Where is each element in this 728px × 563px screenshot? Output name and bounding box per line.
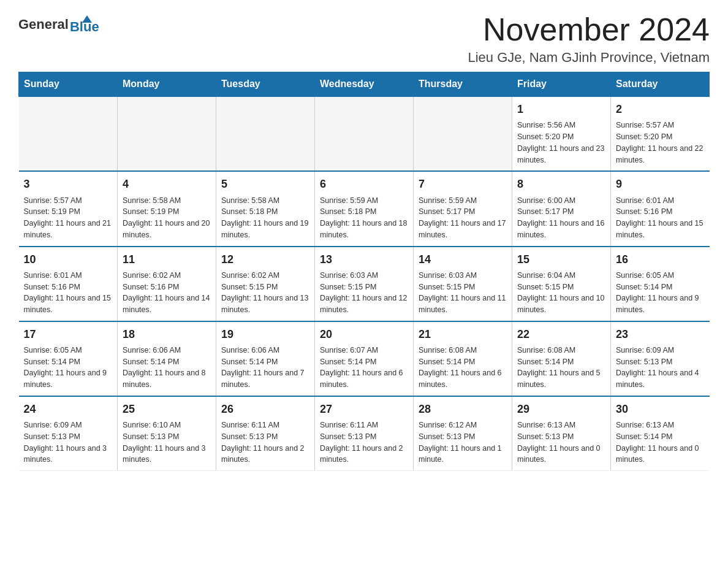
calendar-header: SundayMondayTuesdayWednesdayThursdayFrid… [19,72,710,97]
calendar-cell: 24Sunrise: 6:09 AMSunset: 5:13 PMDayligh… [19,396,118,471]
page-subtitle: Lieu GJe, Nam GJinh Province, Vietnam [468,50,710,66]
weekday-monday: Monday [118,72,216,97]
day-number: 23 [616,327,705,342]
calendar-cell: 10Sunrise: 6:01 AMSunset: 5:16 PMDayligh… [19,247,118,321]
logo-blue-part: Blue [70,15,99,34]
day-number: 2 [616,102,705,117]
day-info: Sunrise: 6:02 AMSunset: 5:15 PMDaylight:… [221,270,309,316]
day-number: 22 [517,327,605,342]
day-info: Sunrise: 6:01 AMSunset: 5:16 PMDaylight:… [24,270,113,316]
day-number: 1 [517,102,605,117]
calendar-cell: 12Sunrise: 6:02 AMSunset: 5:15 PMDayligh… [216,247,315,321]
calendar-cell: 11Sunrise: 6:02 AMSunset: 5:16 PMDayligh… [118,247,216,321]
day-info: Sunrise: 5:57 AMSunset: 5:20 PMDaylight:… [616,120,705,166]
calendar-cell: 14Sunrise: 6:03 AMSunset: 5:15 PMDayligh… [414,247,512,321]
day-number: 13 [320,252,408,267]
calendar-cell: 18Sunrise: 6:06 AMSunset: 5:14 PMDayligh… [118,321,216,396]
day-info: Sunrise: 6:12 AMSunset: 5:13 PMDaylight:… [419,419,507,465]
day-number: 25 [123,402,211,417]
day-info: Sunrise: 6:06 AMSunset: 5:14 PMDaylight:… [221,345,309,391]
weekday-sunday: Sunday [19,72,118,97]
weekday-header-row: SundayMondayTuesdayWednesdayThursdayFrid… [19,72,710,97]
calendar-cell: 13Sunrise: 6:03 AMSunset: 5:15 PMDayligh… [315,247,414,321]
day-number: 18 [123,327,211,342]
calendar-week-row: 17Sunrise: 6:05 AMSunset: 5:14 PMDayligh… [19,321,710,396]
weekday-saturday: Saturday [611,72,710,97]
day-number: 7 [419,177,507,192]
calendar-cell: 30Sunrise: 6:13 AMSunset: 5:14 PMDayligh… [611,396,710,471]
day-info: Sunrise: 5:59 AMSunset: 5:18 PMDaylight:… [320,195,408,241]
calendar-cell: 3Sunrise: 5:57 AMSunset: 5:19 PMDaylight… [19,171,118,246]
day-number: 20 [320,327,408,342]
calendar-week-row: 1Sunrise: 5:56 AMSunset: 5:20 PMDaylight… [19,96,710,171]
calendar-cell: 28Sunrise: 6:12 AMSunset: 5:13 PMDayligh… [414,396,512,471]
day-info: Sunrise: 5:59 AMSunset: 5:17 PMDaylight:… [419,195,507,241]
calendar-cell: 29Sunrise: 6:13 AMSunset: 5:13 PMDayligh… [512,396,611,471]
day-info: Sunrise: 6:13 AMSunset: 5:14 PMDaylight:… [616,419,705,465]
weekday-thursday: Thursday [414,72,512,97]
day-info: Sunrise: 6:04 AMSunset: 5:15 PMDaylight:… [517,270,605,316]
day-number: 15 [517,252,605,267]
day-info: Sunrise: 6:05 AMSunset: 5:14 PMDaylight:… [24,345,113,391]
day-info: Sunrise: 5:57 AMSunset: 5:19 PMDaylight:… [24,195,113,241]
day-number: 27 [320,402,408,417]
day-info: Sunrise: 6:03 AMSunset: 5:15 PMDaylight:… [320,270,408,316]
calendar-cell: 21Sunrise: 6:08 AMSunset: 5:14 PMDayligh… [414,321,512,396]
day-number: 6 [320,177,408,192]
calendar-cell [19,96,118,171]
calendar-cell: 1Sunrise: 5:56 AMSunset: 5:20 PMDaylight… [512,96,611,171]
day-info: Sunrise: 6:00 AMSunset: 5:17 PMDaylight:… [517,195,605,241]
day-info: Sunrise: 5:56 AMSunset: 5:20 PMDaylight:… [517,120,605,166]
day-number: 19 [221,327,309,342]
calendar-cell: 26Sunrise: 6:11 AMSunset: 5:13 PMDayligh… [216,396,315,471]
calendar-cell: 7Sunrise: 5:59 AMSunset: 5:17 PMDaylight… [414,171,512,246]
calendar-cell: 4Sunrise: 5:58 AMSunset: 5:19 PMDaylight… [118,171,216,246]
calendar-cell: 20Sunrise: 6:07 AMSunset: 5:14 PMDayligh… [315,321,414,396]
calendar-cell [414,96,512,171]
calendar-cell: 8Sunrise: 6:00 AMSunset: 5:17 PMDaylight… [512,171,611,246]
calendar-cell: 22Sunrise: 6:08 AMSunset: 5:14 PMDayligh… [512,321,611,396]
day-info: Sunrise: 6:02 AMSunset: 5:16 PMDaylight:… [123,270,211,316]
day-number: 17 [24,327,113,342]
day-info: Sunrise: 5:58 AMSunset: 5:18 PMDaylight:… [221,195,309,241]
day-info: Sunrise: 6:03 AMSunset: 5:15 PMDaylight:… [419,270,507,316]
calendar-cell: 19Sunrise: 6:06 AMSunset: 5:14 PMDayligh… [216,321,315,396]
calendar-cell: 15Sunrise: 6:04 AMSunset: 5:15 PMDayligh… [512,247,611,321]
day-number: 10 [24,252,113,267]
day-number: 14 [419,252,507,267]
day-number: 9 [616,177,705,192]
calendar-week-row: 24Sunrise: 6:09 AMSunset: 5:13 PMDayligh… [19,396,710,471]
calendar-cell: 2Sunrise: 5:57 AMSunset: 5:20 PMDaylight… [611,96,710,171]
day-number: 3 [24,177,113,192]
day-number: 12 [221,252,309,267]
calendar-table: SundayMondayTuesdayWednesdayThursdayFrid… [18,72,710,471]
day-info: Sunrise: 6:01 AMSunset: 5:16 PMDaylight:… [616,195,705,241]
calendar-body: 1Sunrise: 5:56 AMSunset: 5:20 PMDaylight… [19,96,710,470]
page-title: November 2024 [468,12,710,47]
day-number: 26 [221,402,309,417]
logo: General Blue [18,12,99,34]
day-number: 5 [221,177,309,192]
day-info: Sunrise: 6:08 AMSunset: 5:14 PMDaylight:… [517,345,605,391]
calendar-cell: 16Sunrise: 6:05 AMSunset: 5:14 PMDayligh… [611,247,710,321]
calendar-cell: 17Sunrise: 6:05 AMSunset: 5:14 PMDayligh… [19,321,118,396]
calendar-cell: 6Sunrise: 5:59 AMSunset: 5:18 PMDaylight… [315,171,414,246]
day-info: Sunrise: 6:07 AMSunset: 5:14 PMDaylight:… [320,345,408,391]
day-info: Sunrise: 6:10 AMSunset: 5:13 PMDaylight:… [123,419,211,465]
day-info: Sunrise: 6:06 AMSunset: 5:14 PMDaylight:… [123,345,211,391]
calendar-cell [216,96,315,171]
weekday-wednesday: Wednesday [315,72,414,97]
day-info: Sunrise: 6:09 AMSunset: 5:13 PMDaylight:… [24,419,113,465]
day-number: 30 [616,402,705,417]
calendar-cell: 9Sunrise: 6:01 AMSunset: 5:16 PMDaylight… [611,171,710,246]
day-info: Sunrise: 6:11 AMSunset: 5:13 PMDaylight:… [320,419,408,465]
day-info: Sunrise: 5:58 AMSunset: 5:19 PMDaylight:… [123,195,211,241]
day-info: Sunrise: 6:11 AMSunset: 5:13 PMDaylight:… [221,419,309,465]
title-area: November 2024 Lieu GJe, Nam GJinh Provin… [468,12,710,66]
calendar-cell: 27Sunrise: 6:11 AMSunset: 5:13 PMDayligh… [315,396,414,471]
calendar-cell [118,96,216,171]
day-info: Sunrise: 6:08 AMSunset: 5:14 PMDaylight:… [419,345,507,391]
calendar-cell: 5Sunrise: 5:58 AMSunset: 5:18 PMDaylight… [216,171,315,246]
logo-blue-text: Blue [70,20,99,34]
calendar-cell: 25Sunrise: 6:10 AMSunset: 5:13 PMDayligh… [118,396,216,471]
